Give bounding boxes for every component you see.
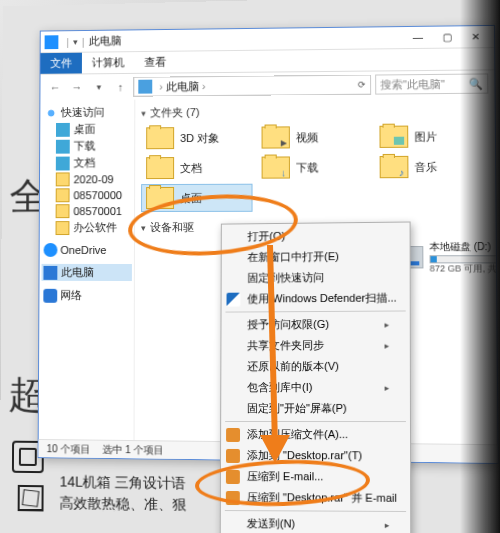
folder-icon [56, 172, 70, 186]
folder-icon [262, 156, 290, 178]
sidebar-item-folder[interactable]: 2020-09 [42, 171, 132, 187]
menu-compress-email[interactable]: 压缩到 E-mail... [221, 466, 410, 488]
network-icon [43, 288, 57, 302]
chevron-right-icon: ▸ [385, 520, 390, 530]
folder-downloads[interactable]: 下载 [257, 153, 370, 182]
shield-icon [227, 292, 241, 306]
folder-icon [146, 187, 174, 209]
sidebar-item-folder[interactable]: 办公软件 [42, 219, 132, 236]
sidebar-item-downloads[interactable]: 下载 [42, 137, 132, 154]
tab-view[interactable]: 查看 [134, 52, 176, 73]
nav-sidebar: 快速访问 桌面 下载 文档 2020-09 08570000 08570001 … [39, 100, 136, 440]
forward-button[interactable]: → [68, 78, 86, 96]
pc-icon [43, 265, 57, 279]
onedrive-icon [44, 243, 58, 257]
menu-pin-start[interactable]: 固定到"开始"屏幕(P) [221, 398, 410, 419]
desktop-icon [56, 122, 70, 136]
window-title: 此电脑 [89, 34, 122, 49]
menu-add-to-archive[interactable]: 添加到压缩文件(A)... [221, 424, 410, 445]
menu-defender-scan[interactable]: 使用 Windows Defender扫描... [222, 287, 410, 309]
chevron-right-icon: ▸ [385, 382, 390, 392]
quickaccess-toolbar-sep: | [66, 36, 69, 48]
menu-compress-rar-email[interactable]: 压缩到 "Desktop.rar" 并 E-mail [221, 487, 410, 509]
menu-restore-previous[interactable]: 还原以前的版本(V) [221, 356, 410, 378]
folders-section-header[interactable]: ▾文件夹 (7) [141, 101, 488, 123]
archive-icon [226, 490, 240, 504]
folder-videos[interactable]: 视频 [257, 123, 370, 152]
tab-file[interactable]: 文件 [41, 53, 82, 74]
pc-icon [138, 80, 152, 94]
maximize-button[interactable]: ▢ [432, 27, 461, 47]
recent-dropdown-icon[interactable]: ▾ [90, 78, 108, 96]
folder-icon [146, 157, 174, 179]
chevron-down-icon[interactable]: ▾ [141, 108, 146, 118]
download-icon [56, 139, 70, 153]
folder-icon [379, 126, 408, 148]
menu-add-to-rar[interactable]: 添加到 "Desktop.rar"(T) [221, 445, 410, 467]
sidebar-this-pc[interactable]: 此电脑 [41, 264, 131, 281]
titlebar-sep: | [82, 35, 85, 47]
status-item-count: 10 个项目 [47, 442, 91, 457]
archive-icon [226, 469, 240, 483]
address-bar-row: ← → ▾ ↑ › 此电脑 › ⟳ 搜索"此电脑" 🔍 [40, 70, 494, 100]
chassis-icon [18, 485, 44, 512]
status-selected-count: 选中 1 个项目 [102, 442, 163, 457]
menu-separator [225, 310, 405, 312]
folder-desktop[interactable]: 桌面 [141, 184, 253, 212]
sidebar-item-documents[interactable]: 文档 [42, 154, 132, 171]
sidebar-onedrive[interactable]: OneDrive [42, 242, 132, 258]
context-menu: 打开(O) 在新窗口中打开(E) 固定到快速访问 使用 Windows Defe… [219, 221, 411, 533]
folder-icon [56, 188, 70, 202]
menu-open-new-window[interactable]: 在新窗口中打开(E) [222, 245, 410, 268]
chevron-right-icon[interactable]: › [202, 80, 206, 92]
sidebar-item-folder[interactable]: 08570000 [42, 187, 132, 203]
back-button[interactable]: ← [46, 79, 64, 97]
breadcrumb[interactable]: › 此电脑 › ⟳ [133, 75, 371, 97]
menu-grant-access[interactable]: 授予访问权限(G)▸ [221, 313, 409, 335]
star-icon [44, 106, 58, 120]
archive-icon [226, 448, 240, 462]
menu-share-sync[interactable]: 共享文件夹同步▸ [221, 335, 409, 357]
drive-usage-bar [431, 256, 437, 262]
sidebar-network[interactable]: 网络 [41, 287, 132, 304]
folder-3d-objects[interactable]: 3D 对象 [141, 124, 253, 153]
chevron-right-icon[interactable]: › [159, 81, 163, 93]
sidebar-quick-access[interactable]: 快速访问 [42, 104, 132, 122]
sidebar-item-folder[interactable]: 08570001 [42, 203, 132, 219]
minimize-button[interactable]: — [404, 27, 433, 47]
menu-separator [225, 510, 406, 512]
titlebar-caret-icon[interactable]: ▾ [73, 36, 78, 46]
menu-pin-quick[interactable]: 固定到快速访问 [222, 266, 410, 288]
refresh-icon[interactable]: ⟳ [358, 80, 366, 90]
up-button[interactable]: ↑ [111, 78, 129, 96]
menu-open[interactable]: 打开(O) [222, 224, 410, 247]
folder-icon [56, 204, 70, 218]
menu-include-library[interactable]: 包含到库中(I)▸ [221, 377, 410, 398]
archive-icon [226, 427, 240, 441]
chevron-right-icon: ▸ [385, 319, 390, 329]
tab-computer[interactable]: 计算机 [82, 52, 135, 73]
document-icon [56, 156, 70, 170]
menu-separator [225, 421, 406, 422]
breadcrumb-segment[interactable]: 此电脑 [166, 79, 199, 94]
folder-icon [262, 126, 290, 148]
folder-icon [379, 156, 408, 178]
thispc-icon [45, 35, 59, 49]
folder-icon [56, 221, 70, 235]
chevron-down-icon[interactable]: ▾ [141, 223, 146, 233]
chevron-right-icon: ▸ [385, 340, 390, 350]
search-placeholder: 搜索"此电脑" [380, 76, 445, 92]
folder-documents[interactable]: 文档 [141, 154, 253, 182]
sidebar-item-desktop[interactable]: 桌面 [42, 120, 132, 137]
folders-grid: 3D 对象 视频 图片 文档 下载 音乐 桌面 [141, 122, 489, 212]
menu-send-to[interactable]: 发送到(N)▸ [221, 513, 410, 533]
folder-icon [146, 127, 174, 149]
monitor-bezel [460, 0, 500, 533]
